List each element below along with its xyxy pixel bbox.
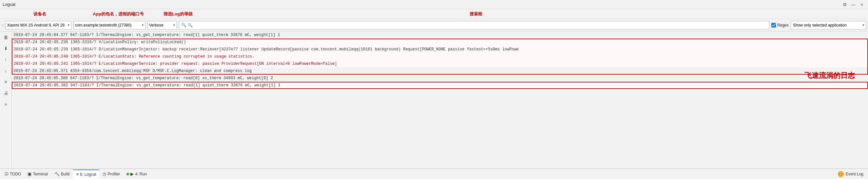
event-log-label: Event Log <box>846 172 863 176</box>
down-icon[interactable]: ↓ <box>1 66 10 75</box>
status-bar: ☑ TODO ▣ Terminal 🔨 Build ≡ 6: Logcat ◷ … <box>0 169 868 179</box>
toolbar-annotations: 设备名 App的包名，进程的端口号 筛选Log的等级 搜索框 <box>0 9 868 19</box>
tab-todo[interactable]: ☑ TODO <box>1 170 24 179</box>
tab-profiler[interactable]: ◷ Profiler <box>99 170 123 179</box>
regex-label: Regex <box>777 23 789 28</box>
annotation-level: 筛选Log的等级 <box>159 11 197 17</box>
clear-logcat-icon[interactable]: 🗑 <box>1 33 10 42</box>
log-row: 2019-07-24 20:45:05.380 947-1183/? I/The… <box>12 75 868 82</box>
tab-build-label: Build <box>61 172 70 176</box>
annotation-package: App的包名，进程的端口号 <box>77 11 159 17</box>
toolbar: □ Xiaomi MIX 2S Android 9, API 28 com.ex… <box>0 19 868 31</box>
up-icon[interactable]: ↑ <box>1 55 10 64</box>
log-row: 2019-07-24 20:45:05.240 1365-1814/? E/Lo… <box>12 53 868 60</box>
log-level-selector-wrapper: Verbose Debug Info Warn Error <box>148 21 177 30</box>
tab-build[interactable]: 🔨 Build <box>51 170 73 179</box>
tab-terminal-label: Terminal <box>33 172 48 176</box>
logcat-icon: ≡ <box>76 172 79 177</box>
title-bar: Logcat ⚙ — × <box>0 0 868 9</box>
print-icon[interactable]: 🖨 <box>1 88 10 98</box>
log-row: 2019-07-24 20:45:05.241 1365-1814/? E/Lo… <box>12 60 868 67</box>
show-app-selector[interactable]: Show only selected application <box>791 21 866 30</box>
annotation-search: 搜索框 <box>197 11 755 17</box>
event-log-icon: ! <box>838 171 844 177</box>
filter-icon[interactable]: ≡ <box>1 77 10 86</box>
log-row: 2019-07-24 20:45:05.371 4354-4354/com.te… <box>12 67 868 75</box>
tab-logcat-label: 6: Logcat <box>80 172 96 177</box>
run-dot <box>126 173 129 175</box>
package-selector-wrapper: com.example.testretrofit (27380) <box>73 21 146 30</box>
regex-checkbox[interactable] <box>771 23 776 28</box>
log-content: 2019-07-24 20:45:04.377 947-1183/? I/The… <box>12 31 868 169</box>
tab-run-label: 4: Run <box>135 172 147 176</box>
log-row: 2019-07-24 20:45:05.238 1365-3316/? V/Lo… <box>12 39 868 46</box>
log-sidebar: 🗑 ⬇ ↑ ↓ ≡ 🖨 » <box>0 31 12 169</box>
log-level-selector[interactable]: Verbose Debug Info Warn Error <box>148 21 177 30</box>
title-bar-left: Logcat <box>3 2 16 7</box>
profiler-icon: ◷ <box>102 172 106 176</box>
search-input-wrapper: 🔍 <box>179 21 770 30</box>
tab-logcat[interactable]: ≡ 6: Logcat <box>73 170 100 179</box>
log-row: 2019-07-24 20:45:05.239 1365-1814/? D/Lo… <box>12 46 868 53</box>
show-app-selector-wrapper: Show only selected application <box>791 21 866 30</box>
device-selector-wrapper: □ Xiaomi MIX 2S Android 9, API 28 <box>2 21 71 30</box>
run-icon: ▶ <box>130 172 134 176</box>
settings-button[interactable]: ⚙ <box>841 1 848 8</box>
scroll-to-end-icon[interactable]: ⬇ <box>1 44 10 53</box>
minimize-button[interactable]: — <box>850 1 857 8</box>
event-log-button[interactable]: ! Event Log <box>835 171 867 177</box>
regex-wrapper: Regex <box>771 23 789 28</box>
log-area: 🗑 ⬇ ↑ ↓ ≡ 🖨 » 2019-07-24 20:45:04.377 94… <box>0 31 868 169</box>
title-bar-controls: ⚙ — × <box>841 1 865 8</box>
log-row: 2019-07-24 20:45:05.382 947-1183/? I/The… <box>12 82 868 89</box>
close-button[interactable]: × <box>858 1 865 8</box>
search-input[interactable] <box>188 23 767 28</box>
tab-profiler-label: Profiler <box>107 172 120 176</box>
expand-icon[interactable]: » <box>1 100 10 109</box>
log-table: 2019-07-24 20:45:04.377 947-1183/? I/The… <box>12 31 868 89</box>
device-selector[interactable]: Xiaomi MIX 2S Android 9, API 28 <box>6 21 71 30</box>
package-selector[interactable]: com.example.testretrofit (27380) <box>73 21 146 30</box>
tab-run[interactable]: ▶ 4: Run <box>123 170 150 179</box>
app-title: Logcat <box>3 2 16 7</box>
tab-terminal[interactable]: ▣ Terminal <box>24 170 51 179</box>
tab-todo-label: TODO <box>10 172 21 176</box>
search-icon: 🔍 <box>181 23 186 28</box>
terminal-icon: ▣ <box>28 172 31 176</box>
device-icon: □ <box>2 23 4 27</box>
todo-icon: ☑ <box>5 172 8 176</box>
log-row: 2019-07-24 20:45:04.377 947-1183/? I/The… <box>12 31 868 39</box>
build-icon: 🔨 <box>54 172 60 176</box>
annotation-device: 设备名 <box>2 11 77 17</box>
